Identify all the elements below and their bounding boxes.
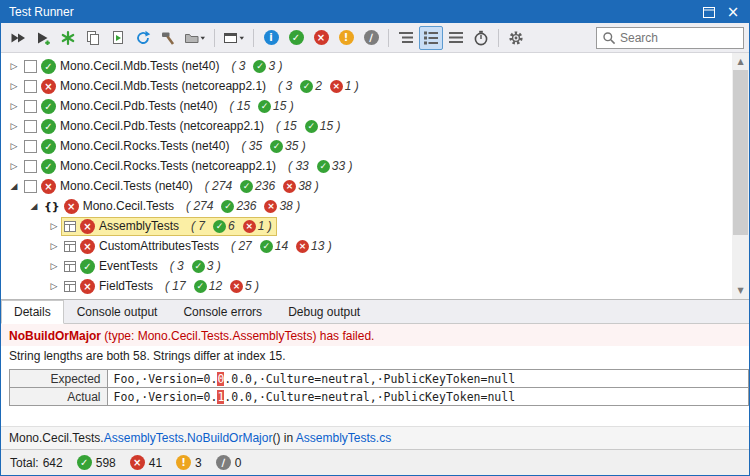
tab-details[interactable]: Details (1, 300, 64, 324)
filter-passed-button[interactable]: ✓ (284, 26, 308, 50)
test-node[interactable]: ✓EventTests( 3 ✓3 ) (61, 257, 226, 276)
passed-count: ✓598 (77, 455, 116, 470)
collapse-icon[interactable]: ◢ (27, 201, 41, 211)
scroll-up-icon[interactable]: ▲ (732, 53, 749, 70)
refresh-button[interactable] (131, 26, 155, 50)
collapse-icon[interactable]: ◢ (7, 181, 21, 191)
expand-icon[interactable]: ▷ (7, 121, 21, 131)
expand-icon[interactable]: ▷ (7, 161, 21, 171)
test-node[interactable]: ✓Mono.Cecil.Pdb.Tests (net40)( 15 ✓15 ) (21, 97, 299, 116)
repeat-last-run-button[interactable] (81, 26, 105, 50)
details-tab-strip: Details Console output Console errors De… (1, 300, 749, 324)
filter-skipped-button[interactable]: ∕ (359, 26, 383, 50)
flat-list-button[interactable] (444, 26, 468, 50)
not-run-icon: i (264, 30, 279, 45)
test-tree-row[interactable]: ▷×Mono.Cecil.Mdb.Tests (netcoreapp2.1)( … (1, 76, 732, 96)
run-new-tests-button[interactable] (56, 26, 80, 50)
folder-dropdown-icon (184, 30, 206, 46)
test-tree-row[interactable]: ▷✓EventTests( 3 ✓3 ) (1, 256, 732, 276)
filter-not-run-button[interactable]: i (259, 26, 283, 50)
test-node[interactable]: ×AssemblyTests( 7 ✓6 ×1 ) (61, 217, 277, 236)
group-by-namespace-button[interactable] (419, 26, 443, 50)
test-node[interactable]: ✓Mono.Cecil.Pdb.Tests (netcoreapp2.1)( 1… (21, 117, 346, 136)
window-position-button[interactable] (697, 3, 721, 21)
checkbox[interactable] (24, 60, 37, 73)
test-node[interactable]: ✓Mono.Cecil.Mdb.Tests (net40)( 3 ✓3 ) (21, 57, 287, 76)
test-node[interactable]: ×Mono.Cecil.Tests (net40)( 274 ✓236 ×38 … (21, 177, 324, 196)
test-tree-row[interactable]: ▷✓Mono.Cecil.Pdb.Tests (net40)( 15 ✓15 ) (1, 96, 732, 116)
tree-scrollbar[interactable]: ▲ ▼ (732, 53, 749, 299)
method-link[interactable]: NoBuildOrMajor (187, 431, 272, 445)
failed-icon: × (80, 219, 95, 234)
filter-failed-button[interactable]: × (309, 26, 333, 50)
scroll-down-icon[interactable]: ▼ (732, 282, 749, 299)
scrollbar-thumb[interactable] (733, 70, 748, 235)
expand-icon[interactable]: ▷ (47, 281, 61, 291)
failed-count-icon: × (330, 80, 343, 93)
refresh-icon (135, 30, 151, 46)
settings-button[interactable] (504, 26, 528, 50)
test-tree-row[interactable]: ▷×AssemblyTests( 7 ✓6 ×1 ) (1, 216, 732, 236)
passed-icon: ✓ (41, 139, 56, 154)
search-input[interactable] (620, 31, 738, 45)
test-tree-row[interactable]: ▷✓Mono.Cecil.Rocks.Tests (netcoreapp2.1)… (1, 156, 732, 176)
group-by-project-button[interactable] (394, 26, 418, 50)
checkbox[interactable] (24, 120, 37, 133)
scrollbar-track[interactable] (732, 70, 749, 282)
window-layout-button[interactable] (220, 26, 248, 50)
test-tree-row[interactable]: ▷✓Mono.Cecil.Rocks.Tests (net40)( 35 ✓35… (1, 136, 732, 156)
expand-icon[interactable]: ▷ (7, 61, 21, 71)
test-node[interactable]: ×CustomAttributesTests( 27 ✓14 ×13 ) (61, 237, 337, 256)
test-tree-row[interactable]: ◢{}×Mono.Cecil.Tests( 274 ✓236 ×38 ) (1, 196, 732, 216)
tab-console-output[interactable]: Console output (64, 300, 171, 324)
expand-icon[interactable]: ▷ (7, 81, 21, 91)
test-name: Mono.Cecil.Tests (net40) (60, 179, 193, 193)
expand-icon[interactable]: ▷ (7, 141, 21, 151)
checkbox[interactable] (24, 160, 37, 173)
expected-row: Expected Foo,·Version=0.0.0.0,·Culture=n… (10, 370, 749, 388)
run-tests-button[interactable] (31, 26, 55, 50)
expected-suffix: .0.0,·Culture=neutral,·PublicKeyToken=nu… (224, 372, 515, 386)
test-node[interactable]: ✓Mono.Cecil.Rocks.Tests (netcoreapp2.1)(… (21, 157, 357, 176)
run-all-tests-button[interactable] (6, 26, 30, 50)
test-name: Mono.Cecil.Rocks.Tests (net40) (60, 139, 229, 153)
test-tree-row[interactable]: ▷×CustomAttributesTests( 27 ✓14 ×13 ) (1, 236, 732, 256)
class-link[interactable]: AssemblyTests (104, 431, 184, 445)
checkbox[interactable] (24, 180, 37, 193)
failed-count-icon: × (296, 240, 309, 253)
expand-icon[interactable]: ▷ (7, 101, 21, 111)
new-tests-icon (60, 30, 76, 46)
test-node[interactable]: ×FieldTests( 17 ✓12 ×5 ) (61, 277, 264, 296)
file-link[interactable]: AssemblyTests.cs (296, 431, 391, 445)
assertion-message: String lengths are both 58. Strings diff… (1, 346, 749, 369)
test-tree-row[interactable]: ▷✓Mono.Cecil.Pdb.Tests (netcoreapp2.1)( … (1, 116, 732, 136)
checkbox[interactable] (24, 140, 37, 153)
test-node[interactable]: {}×Mono.Cecil.Tests( 274 ✓236 ×38 ) (41, 197, 305, 216)
test-node[interactable]: ✓Mono.Cecil.Rocks.Tests (net40)( 35 ✓35 … (21, 137, 311, 156)
filter-warnings-button[interactable]: ! (334, 26, 358, 50)
open-solution-button[interactable] (181, 26, 209, 50)
tab-console-errors[interactable]: Console errors (170, 300, 275, 324)
show-timings-button[interactable] (469, 26, 493, 50)
stack-text: Mono.Cecil.Tests. (9, 431, 104, 445)
test-tree[interactable]: ▷✓Mono.Cecil.Mdb.Tests (net40)( 3 ✓3 )▷×… (1, 53, 732, 299)
tab-debug-output[interactable]: Debug output (275, 300, 373, 324)
passed-count-icon: ✓ (305, 120, 318, 133)
test-tree-row[interactable]: ▷✓Mono.Cecil.Mdb.Tests (net40)( 3 ✓3 ) (1, 56, 732, 76)
stack-text: () in (272, 431, 295, 445)
expand-icon[interactable]: ▷ (47, 261, 61, 271)
checkbox[interactable] (24, 100, 37, 113)
checkbox[interactable] (24, 80, 37, 93)
test-tree-row[interactable]: ▷×FieldTests( 17 ✓12 ×5 ) (1, 276, 732, 296)
failed-count-icon: × (283, 180, 296, 193)
test-tree-row[interactable]: ◢×Mono.Cecil.Tests (net40)( 274 ✓236 ×38… (1, 176, 732, 196)
search-box[interactable] (596, 27, 744, 49)
build-button[interactable] (156, 26, 180, 50)
expected-value: Foo,·Version=0.0.0.0,·Culture=neutral,·P… (107, 370, 748, 388)
expand-icon[interactable]: ▷ (47, 221, 61, 231)
run-coverage-button[interactable] (106, 26, 130, 50)
expand-icon[interactable]: ▷ (47, 241, 61, 251)
close-button[interactable]: × (721, 3, 745, 21)
test-name: Mono.Cecil.Tests (83, 199, 174, 213)
test-node[interactable]: ×Mono.Cecil.Mdb.Tests (netcoreapp2.1)( 3… (21, 77, 364, 96)
